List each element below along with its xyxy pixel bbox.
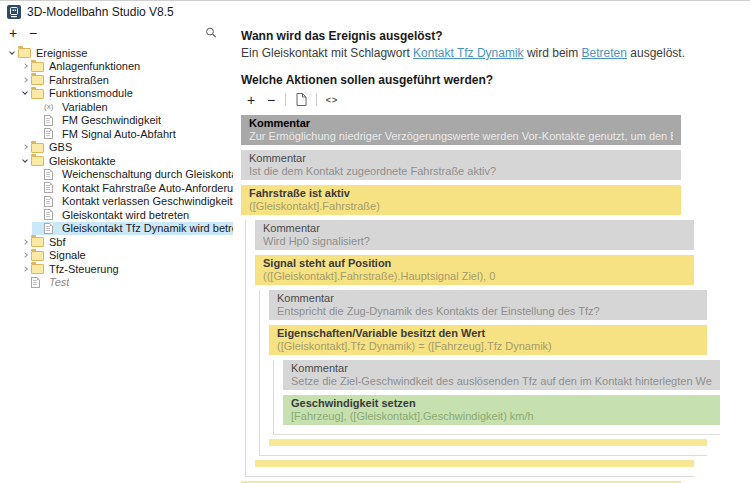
window-title: 3D-Modellbahn Studio V8.5: [27, 5, 174, 19]
tree-item[interactable]: Sbf: [0, 235, 233, 249]
trigger-heading: Wann wird das Ereignis ausgelöst?: [241, 29, 750, 43]
document-icon: [44, 209, 60, 220]
tree-row-content: Ereignisse: [6, 46, 233, 60]
block-body: ([Gleiskontakt].Fahrstraße): [249, 200, 673, 213]
trigger-text: ausgelöst.: [627, 46, 685, 60]
comment-block[interactable]: KommentarWird Hp0 signalisiert?: [255, 220, 694, 250]
tree-row-content: Funktionsmodule: [19, 87, 233, 101]
tree-item-label: Variablen: [60, 101, 108, 113]
tree-item[interactable]: GBS: [0, 141, 233, 155]
chevron-right-icon[interactable]: [19, 253, 31, 257]
tree-item[interactable]: Gleiskontakte: [0, 154, 233, 168]
condition-end-bar: [269, 439, 707, 446]
tree-item-label: Gleiskontakt Tfz Dynamik wird betreten: [60, 222, 233, 234]
comment-block[interactable]: KommentarSetze die Ziel-Geschwindkeit de…: [283, 360, 720, 390]
condition-children: KommentarSetze die Ziel-Geschwindkeit de…: [273, 360, 720, 435]
tree-item[interactable]: Tfz-Steuerung: [0, 262, 233, 276]
tree-row-content: Signale: [19, 249, 233, 263]
tree-row-content: (x)Variablen: [32, 100, 233, 114]
chevron-right-icon[interactable]: [19, 64, 31, 68]
keyword-link[interactable]: Kontakt Tfz Dynamik: [413, 46, 523, 60]
tree-item[interactable]: Kontakt verlassen Geschwindigkeit: [0, 195, 233, 209]
block-title: Eigenschaften/Variable besitzt den Wert: [277, 327, 699, 340]
condition-children: KommentarEntspricht die Zug-Dynamik des …: [259, 290, 707, 456]
tree-item-label: Sbf: [47, 236, 66, 248]
tree-item[interactable]: FM Geschwindigkeit: [0, 114, 233, 128]
action-list: KommentarZur Ermöglichung niedriger Verz…: [241, 115, 681, 483]
chevron-right-icon[interactable]: [19, 78, 31, 82]
tree-item[interactable]: Gleiskontakt wird betreten: [0, 208, 233, 222]
remove-action-button[interactable]: −: [261, 93, 281, 107]
tree-item[interactable]: (x)Variablen: [0, 100, 233, 114]
tree-indent: [0, 235, 19, 249]
titlebar: 3D-Modellbahn Studio V8.5: [0, 0, 750, 22]
document-icon: [44, 128, 60, 139]
tree-item-label: FM Geschwindigkeit: [60, 114, 161, 126]
tree-item[interactable]: Weichenschaltung durch Gleiskontakt: [0, 168, 233, 182]
tree-indent: [0, 195, 32, 209]
folder-icon: [31, 61, 47, 72]
tree-item[interactable]: Ereignisse: [0, 46, 233, 60]
trigger-text: Ein Gleiskontakt mit Schlagwort: [241, 46, 413, 60]
chevron-down-icon[interactable]: [19, 92, 31, 94]
tree-indent: [0, 87, 19, 101]
tree-row-content: Weichenschaltung durch Gleiskontakt: [32, 168, 233, 182]
trigger-type-link[interactable]: Betreten: [582, 46, 627, 60]
search-icon[interactable]: [205, 27, 217, 39]
document-icon: [44, 169, 60, 180]
tree-item[interactable]: FM Signal Auto-Abfahrt: [0, 127, 233, 141]
document-icon: [44, 223, 60, 234]
add-action-button[interactable]: +: [241, 93, 261, 107]
tree-row-content: Kontakt verlassen Geschwindigkeit: [32, 195, 233, 209]
tree-item-label: Fahrstraßen: [47, 74, 109, 86]
tree-indent: [0, 168, 32, 182]
document-icon: [44, 196, 60, 207]
block-body: Wird Hp0 signalisiert?: [263, 235, 686, 248]
copy-icon[interactable]: [290, 93, 312, 106]
tree-indent: [0, 141, 19, 155]
folder-icon: [31, 142, 47, 153]
comment-block[interactable]: KommentarZur Ermöglichung niedriger Verz…: [241, 115, 681, 145]
tree-item[interactable]: Anlagenfunktionen: [0, 60, 233, 74]
code-icon[interactable]: <>: [321, 95, 343, 105]
action-block[interactable]: Geschwindigkeit setzen[Fahrzeug], ([Glei…: [283, 395, 720, 425]
tree-item[interactable]: Gleiskontakt Tfz Dynamik wird betreten: [0, 222, 233, 236]
tree-item-label: FM Signal Auto-Abfahrt: [60, 128, 176, 140]
condition-end-bar: [255, 460, 694, 467]
remove-event-button[interactable]: −: [29, 26, 49, 40]
block-body: Setze die Ziel-Geschwindkeit des auslöse…: [291, 375, 712, 388]
comment-block[interactable]: KommentarEntspricht die Zug-Dynamik des …: [269, 290, 707, 320]
tree-item-label: Gleiskontakt wird betreten: [60, 209, 189, 221]
tree-item[interactable]: Signale: [0, 249, 233, 263]
chevron-right-icon[interactable]: [19, 267, 31, 271]
add-event-button[interactable]: +: [9, 26, 29, 40]
tree-indent: [0, 249, 19, 263]
trigger-description: Ein Gleiskontakt mit Schlagwort Kontakt …: [241, 46, 750, 60]
condition-block[interactable]: Fahrstraße ist aktiv([Gleiskontakt].Fahr…: [241, 185, 681, 215]
chevron-down-icon[interactable]: [6, 52, 18, 54]
chevron-down-icon[interactable]: [19, 160, 31, 162]
condition-children: KommentarWird Hp0 signalisiert?Signal st…: [245, 220, 694, 477]
comment-block[interactable]: KommentarIst die dem Kontakt zugeordnete…: [241, 150, 681, 180]
trigger-text: wird beim: [524, 46, 582, 60]
chevron-right-icon[interactable]: [19, 240, 31, 244]
block-body: (([Gleiskontakt].Fahrstraße).Hauptsignal…: [263, 270, 686, 283]
block-title: Fahrstraße ist aktiv: [249, 187, 673, 200]
condition-block[interactable]: Eigenschaften/Variable besitzt den Wert(…: [269, 325, 707, 355]
actions-heading: Welche Aktionen sollen ausgeführt werden…: [241, 73, 750, 87]
tree-item[interactable]: Test: [0, 276, 233, 290]
tree-indent: [0, 154, 19, 168]
tree-item[interactable]: Fahrstraßen: [0, 73, 233, 87]
chevron-right-icon[interactable]: [19, 145, 31, 149]
tree-row-content: Tfz-Steuerung: [19, 262, 233, 276]
tree-item-label: Weichenschaltung durch Gleiskontakt: [60, 168, 233, 180]
condition-block[interactable]: Signal steht auf Position(([Gleiskontakt…: [255, 255, 694, 285]
tree-item[interactable]: Funktionsmodule: [0, 87, 233, 101]
tree-row-content: Fahrstraßen: [19, 73, 233, 87]
block-body: ([Gleiskontakt].Tfz Dynamik) = ([Fahrzeu…: [277, 340, 699, 353]
event-tree-panel: + − EreignisseAnlagenfunktionenFahrstraß…: [0, 22, 233, 483]
folder-icon: [31, 155, 47, 166]
folder-icon: [31, 74, 47, 85]
tree-item[interactable]: Kontakt Fahrstraße Auto-Anforderung: [0, 181, 233, 195]
block-body: Entspricht die Zug-Dynamik des Kontakts …: [277, 305, 699, 318]
